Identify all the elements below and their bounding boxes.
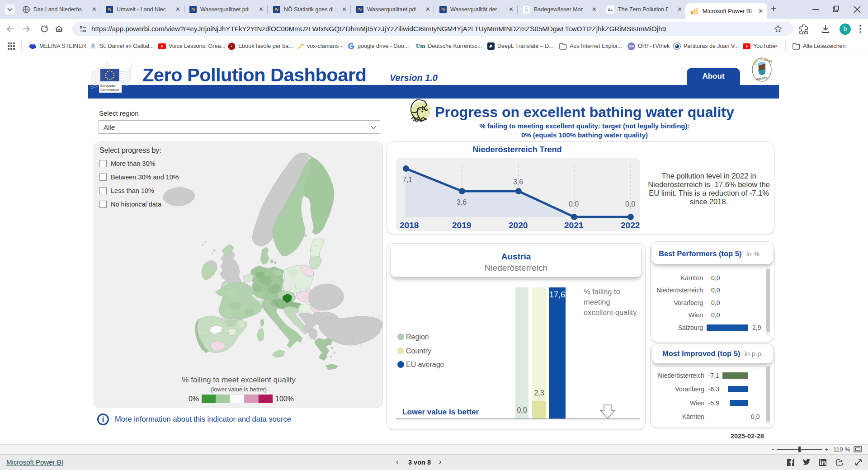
svg-text:2019: 2019	[452, 221, 471, 230]
svg-text:100%: 100%	[275, 395, 294, 403]
svg-text:3,6: 3,6	[513, 178, 523, 186]
svg-text:2021: 2021	[564, 221, 584, 230]
svg-text:% failing to meet excellent qu: % failing to meet excellent quality	[182, 376, 296, 384]
svg-text:2022: 2022	[621, 221, 640, 230]
svg-text:2018: 2018	[400, 221, 419, 230]
svg-text:0,0: 0,0	[625, 200, 635, 208]
svg-text:7,1: 7,1	[402, 176, 412, 183]
svg-text:(lower value is better): (lower value is better)	[211, 386, 267, 393]
svg-text:European: European	[100, 84, 115, 88]
svg-text:0%: 0%	[189, 395, 199, 403]
svg-text:3,6: 3,6	[457, 198, 467, 206]
svg-text:0,0: 0,0	[569, 200, 579, 208]
svg-text:Commission: Commission	[100, 88, 119, 92]
svg-text:2020: 2020	[509, 221, 528, 230]
